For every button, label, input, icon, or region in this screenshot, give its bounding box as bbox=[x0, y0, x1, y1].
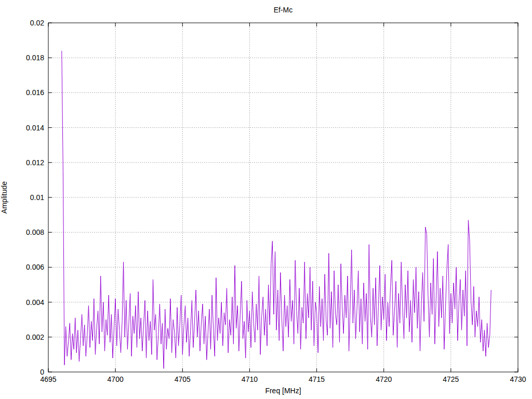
y-tick-label: 0 bbox=[3, 368, 44, 376]
y-tick-label: 0.01 bbox=[3, 193, 44, 202]
x-tick-label: 4715 bbox=[300, 376, 334, 383]
y-tick-label: 0.012 bbox=[3, 158, 44, 167]
y-tick-label: 0.014 bbox=[3, 124, 44, 132]
y-tick-label: 0.018 bbox=[3, 54, 44, 62]
y-tick-label: 0.008 bbox=[3, 228, 44, 236]
data-series-line bbox=[62, 51, 491, 369]
x-tick-label: 4705 bbox=[166, 376, 199, 383]
y-tick-label: 0.006 bbox=[3, 263, 44, 271]
gnuplot-window: Ef-Mc Amplitude Freq [MHz] 00.0020.0040.… bbox=[0, 0, 532, 399]
y-tick-label: 0.004 bbox=[3, 298, 44, 307]
y-tick-label: 0.016 bbox=[3, 88, 44, 97]
x-tick-label: 4725 bbox=[434, 376, 468, 383]
x-tick-label: 4720 bbox=[367, 376, 401, 383]
y-tick-label: 0.002 bbox=[3, 333, 44, 341]
x-tick-label: 4695 bbox=[32, 376, 65, 383]
x-tick-label: 4700 bbox=[99, 376, 132, 383]
x-tick-label: 4710 bbox=[233, 376, 266, 383]
chart-title: Ef-Mc bbox=[48, 6, 518, 14]
y-tick-label: 0.02 bbox=[3, 19, 44, 27]
x-tick-label: 4730 bbox=[501, 376, 532, 383]
x-axis-label: Freq [MHz] bbox=[48, 387, 518, 395]
chart-canvas bbox=[0, 0, 532, 399]
